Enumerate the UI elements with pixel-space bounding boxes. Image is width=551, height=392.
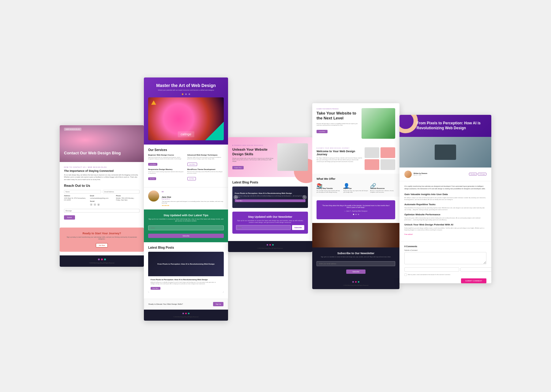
s1-twitter-icon[interactable]: t: [94, 203, 96, 206]
s3-prev-arrow[interactable]: ‹: [234, 195, 238, 199]
s2-newsletter-title: Stay Updated with Our Latest Tips: [148, 214, 224, 217]
s2-newsletter-subtitle: Sign up for our newsletter to receive th…: [148, 218, 224, 222]
s1-footer-dot-1: [98, 258, 100, 260]
s1-facebook-icon[interactable]: f: [90, 203, 92, 206]
s4-offer-2-name: Expert Tips: [343, 187, 369, 189]
s5-comment-name-field[interactable]: [404, 267, 459, 272]
s3-newsletter-form-row: Subscribe: [236, 225, 304, 230]
s1-instagram-icon[interactable]: in: [97, 203, 100, 206]
s5-intro-text: AI is rapidly transforming how websites …: [404, 185, 486, 190]
s1-email-label: Email: [90, 195, 114, 197]
s5-section-2-text: Streamline AI into the design process by…: [404, 207, 486, 211]
s4-welcome-eyebrow: ELEVATE YOUR WEB DESIGN JOURNEY: [317, 147, 362, 149]
s2-service-1: Beginner Web Design Course Start your jo…: [148, 154, 185, 166]
s2-service-3: Responsive Design Mastery Learn how to c…: [148, 168, 185, 180]
s2-test-name: Jane Doe: [162, 196, 224, 198]
s3-footer-dot-1: [267, 244, 268, 246]
s4-test-quote: "The best thing about this blog is the q…: [321, 205, 391, 208]
s1-contact-info-row: Address 1234 Main St, STE Somewhere, CA …: [64, 195, 140, 206]
s1-address-label: Address: [64, 195, 88, 197]
s3-footer-copyright: © 2024 Web Design Blog. All Rights Reser…: [231, 247, 309, 249]
s3-blog-card-title: From Pixels to Perception: How AI is Rev…: [235, 192, 305, 194]
s5-save-checkbox[interactable]: [404, 273, 407, 276]
s2-read-more-button[interactable]: Read More: [151, 287, 160, 290]
s4-newsletter-title: Subscribe to Our Newsletter: [317, 252, 395, 255]
s3-read-more-button[interactable]: Read More: [235, 199, 305, 202]
s1-submit-button[interactable]: Submit: [64, 215, 75, 220]
s4-offer-item-3: 🔗 Valuable Resources Access a comprehens…: [370, 183, 395, 193]
s5-comment-textarea[interactable]: [404, 252, 486, 264]
s1-message-input[interactable]: [64, 209, 140, 213]
s4-img-box-4: [380, 159, 395, 170]
s4-img-box-2: [380, 147, 395, 158]
s5-author-avatar: [404, 171, 412, 178]
s2-service-2-btn[interactable]: Learn More: [187, 163, 197, 166]
screen-master-art: Master the Art of Web Design Unlock your…: [144, 77, 228, 321]
s2-test-role: Inspiring Quote: [162, 198, 224, 200]
s1-footer-dots: [63, 258, 141, 260]
s2-dot-1: [182, 93, 183, 95]
s4-hero-body: Discover the latest tips to create a com…: [317, 123, 359, 126]
s2-service-3-btn[interactable]: Join Now: [148, 177, 156, 180]
s4-footer-dot-2: [355, 281, 357, 283]
s4-newsletter-input[interactable]: [317, 261, 395, 266]
s4-hero-button[interactable]: Learn More: [317, 130, 328, 133]
s1-address-val: 1234 Main St, STE Somewhere, CA 12345: [64, 197, 88, 201]
s2-dot-3: [189, 93, 190, 95]
s4-newsletter-content: Subscribe to Our Newsletter Sign up for …: [312, 247, 399, 278]
s2-cta-bar-button[interactable]: Sign Up: [213, 302, 223, 306]
s5-cta-link[interactable]: Free advice!: [404, 233, 486, 235]
s3-newsletter-body: Sign up for our newsletter to receive th…: [236, 220, 304, 223]
s2-blog-img-overlay: From Pixels to Perception: How AI is Rev…: [148, 252, 224, 276]
s4-hero-section: ELEVATE YOUR WEBSITE PRESENCE Take Your …: [312, 103, 399, 144]
s1-hero-section: WEB DESIGN BLOG Contact Our Web Design B…: [60, 125, 144, 162]
s4-welcome-image-grid: [365, 147, 395, 170]
s2-newsletter-button[interactable]: Subscribe: [148, 234, 224, 238]
s5-content-section: AI is rapidly transforming how websites …: [399, 181, 491, 241]
screen-home-unleash: A PREMIER WEB DESIGN RESOURCE Unleash Yo…: [228, 137, 312, 252]
s2-newsletter-section: Stay Updated with Our Latest Tips Sign u…: [144, 209, 228, 242]
s3-next-arrow[interactable]: ›: [302, 195, 307, 199]
s5-section-4-text: Embracing AI into your web design workfl…: [404, 227, 486, 231]
s4-newsletter-button[interactable]: Subscribe: [346, 270, 365, 274]
s5-comment-email-field[interactable]: [460, 267, 491, 272]
s1-email-input[interactable]: [103, 190, 140, 194]
s4-footer-dots: [315, 281, 396, 283]
s3-newsletter-button[interactable]: Subscribe: [292, 225, 304, 230]
s4-dot-1: [353, 214, 354, 215]
s1-cta-button[interactable]: Join Now: [96, 243, 108, 247]
s5-hero-image-section: [399, 137, 491, 168]
s2-service-1-btn[interactable]: Learn More: [148, 163, 157, 166]
s5-hero-title: From Pixels to Perception: How AI is Rev…: [404, 121, 486, 130]
s1-name-input[interactable]: [64, 190, 101, 194]
s4-footer-copyright: © 2024 Web Design Blog. All Rights Reser…: [315, 285, 396, 286]
s1-footer-dot-3: [104, 258, 106, 260]
s3-hero-left: A PREMIER WEB DESIGN RESOURCE Unleash Yo…: [232, 145, 275, 169]
s1-phone-label: Phone: [116, 195, 140, 197]
s2-service-4: WordPress Theme Development Discover how…: [187, 168, 224, 180]
s2-dot-2: [185, 93, 187, 95]
s2-hero-subtitle: Unlock your potential with our expert re…: [148, 89, 224, 91]
s2-teal-overlay: [205, 122, 224, 140]
s4-newsletter-section: Subscribe to Our Newsletter Sign up for …: [312, 223, 399, 278]
s2-services-grid: Beginner Web Design Course Start your jo…: [148, 154, 224, 180]
s2-service-2-desc: Take your skills to the next level with …: [187, 156, 224, 160]
s2-test-text: "The best way to become a great web desi…: [162, 201, 224, 204]
s5-tag-branding[interactable]: Branding: [469, 173, 477, 175]
s2-newsletter-email-input[interactable]: [148, 225, 224, 230]
s3-body: Latest Blog Posts From Pixels to Percept…: [228, 177, 312, 241]
s1-phone-val: Mobile: 789-1234 Monday - Friday: 9am-5p…: [116, 197, 140, 201]
s5-comment-form-title: Submit a Comment: [404, 249, 486, 251]
s4-hero-title: Take Your Website to the Next Level: [317, 111, 359, 121]
s4-tutorials-icon: 📚: [317, 183, 320, 187]
s3-newsletter-input[interactable]: [236, 225, 291, 230]
s5-submit-comment-button[interactable]: SUBMIT COMMENT: [461, 278, 486, 283]
s1-hero-badge: WEB DESIGN BLOG: [64, 128, 81, 131]
s3-footer-dots: [231, 244, 309, 246]
s3-hero-cta-button[interactable]: Explore Now: [232, 166, 244, 169]
s2-service-4-btn[interactable]: Join Now: [187, 177, 196, 180]
s5-tag-ui-design[interactable]: UI Design: [478, 173, 486, 175]
s2-service-4-name: WordPress Theme Development: [187, 168, 224, 170]
s3-footer-dot-2: [269, 244, 271, 246]
s2-service-2: Advanced Web Design Techniques Take your…: [187, 154, 224, 166]
